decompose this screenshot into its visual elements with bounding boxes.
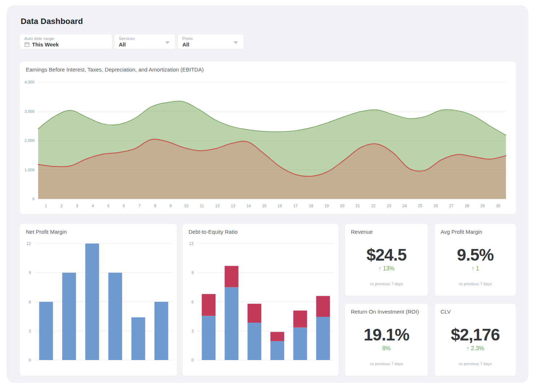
svg-text:1,000: 1,000 [24, 168, 35, 172]
svg-text:14: 14 [246, 204, 251, 208]
filter-value: This Week [24, 41, 59, 48]
kpi-footnote: vs previous 7 days [345, 282, 428, 286]
svg-text:6: 6 [123, 204, 125, 208]
svg-text:25: 25 [418, 204, 422, 208]
svg-text:3: 3 [191, 329, 194, 333]
date-range-filter[interactable]: Auto date range This Week [20, 34, 112, 49]
kpi-title: Revenue [351, 229, 373, 235]
kpi-footnote: vs previous 7 days [435, 282, 516, 286]
filter-value: All [182, 41, 189, 48]
svg-text:9: 9 [29, 270, 31, 275]
svg-text:11: 11 [200, 204, 204, 208]
filter-label: Auto date range [24, 36, 54, 41]
dashboard-panel: Data Dashboard Auto date range This Week… [7, 5, 528, 383]
chevron-down-icon [165, 41, 170, 44]
svg-text:23: 23 [387, 204, 391, 208]
kpi-card-revenue: Revenue $24.5 ↑ 13% vs previous 7 days [345, 224, 428, 296]
filter-value: All [119, 41, 126, 48]
kpi-value: $24.5 [345, 246, 428, 263]
kpi-delta: ↑ 2.3% [435, 345, 516, 352]
kpi-value: 9.5% [435, 246, 516, 263]
chevron-down-icon [234, 41, 238, 44]
svg-text:9: 9 [191, 270, 194, 275]
net-profit-margin-card: Net Profit Margin 036912 [20, 224, 177, 376]
kpi-delta: ↑ 1 [435, 265, 516, 272]
ebitda-chart-card: Earnings Before Interest, Taxes, Depreci… [20, 62, 516, 214]
svg-text:2: 2 [60, 204, 62, 208]
svg-text:20: 20 [340, 204, 344, 208]
kpi-body: $2,176 ↑ 2.3% vs previous 7 days [435, 326, 516, 366]
svg-text:9: 9 [170, 204, 172, 208]
svg-text:5: 5 [107, 204, 109, 208]
svg-text:26: 26 [434, 204, 438, 208]
svg-text:12: 12 [215, 204, 220, 208]
svg-text:24: 24 [402, 204, 407, 208]
svg-text:10: 10 [184, 204, 189, 208]
svg-text:3: 3 [76, 204, 78, 208]
svg-text:1: 1 [45, 204, 47, 208]
kpi-delta: ↑ 13% [345, 265, 428, 272]
kpi-footnote: vs previous 7 days [345, 362, 428, 366]
svg-text:28: 28 [465, 204, 469, 208]
svg-text:0: 0 [32, 197, 35, 201]
svg-text:29: 29 [480, 204, 485, 208]
net-profit-margin-bar-chart: 036912 [20, 224, 177, 369]
posts-filter[interactable]: Posts All [178, 34, 243, 49]
date-range-value: This Week [32, 41, 59, 48]
svg-text:18: 18 [309, 204, 313, 208]
debt-to-equity-card: Debt-to-Equity Ratio 036912 [183, 224, 339, 376]
kpi-card-roi: Return On Investment (ROI) 19.1% 8% vs p… [345, 304, 428, 376]
svg-text:12: 12 [27, 241, 31, 246]
kpi-card-avg-profit-margin: Avg Profit Margin 9.5% ↑ 1 vs previous 7… [435, 224, 516, 296]
svg-text:8: 8 [154, 204, 156, 208]
svg-text:4: 4 [92, 204, 94, 208]
svg-text:6: 6 [191, 300, 194, 304]
kpi-title: CLV [441, 309, 451, 315]
svg-text:19: 19 [324, 204, 329, 208]
kpi-footnote: vs previous 7 days [435, 362, 516, 366]
svg-text:2,000: 2,000 [24, 138, 35, 143]
svg-text:16: 16 [277, 204, 282, 208]
filter-label: Posts [182, 36, 193, 41]
kpi-title: Return On Investment (ROI) [351, 309, 419, 315]
kpi-value: $2,176 [435, 326, 516, 343]
kpi-delta: 8% [345, 345, 428, 352]
svg-text:7: 7 [138, 204, 141, 208]
kpi-title: Avg Profit Margin [441, 229, 482, 235]
svg-text:3: 3 [29, 329, 31, 333]
svg-text:4,000: 4,000 [24, 80, 35, 84]
services-filter[interactable]: Services All [114, 34, 175, 49]
kpi-body: $24.5 ↑ 13% vs previous 7 days [345, 246, 428, 286]
svg-text:3,000: 3,000 [24, 109, 35, 114]
page-title: Data Dashboard [21, 17, 83, 26]
svg-text:12: 12 [189, 241, 194, 246]
svg-text:6: 6 [29, 300, 31, 304]
svg-text:30: 30 [496, 204, 500, 208]
svg-text:22: 22 [371, 204, 376, 208]
filter-label: Services [119, 36, 135, 41]
calendar-icon [24, 42, 30, 47]
kpi-body: 19.1% 8% vs previous 7 days [345, 326, 428, 366]
ebitda-area-chart: 01,0002,0003,0004,0001234567891011121314… [20, 62, 516, 211]
kpi-value: 19.1% [345, 326, 428, 343]
svg-text:15: 15 [262, 204, 266, 208]
svg-text:21: 21 [356, 204, 360, 208]
svg-text:0: 0 [29, 358, 31, 362]
svg-text:13: 13 [231, 204, 235, 208]
kpi-card-clv: CLV $2,176 ↑ 2.3% vs previous 7 days [435, 304, 516, 376]
kpi-body: 9.5% ↑ 1 vs previous 7 days [435, 246, 516, 286]
svg-text:17: 17 [293, 204, 297, 208]
svg-text:0: 0 [191, 358, 194, 362]
svg-text:27: 27 [449, 204, 454, 208]
debt-to-equity-stacked-bar-chart: 036912 [183, 224, 339, 369]
